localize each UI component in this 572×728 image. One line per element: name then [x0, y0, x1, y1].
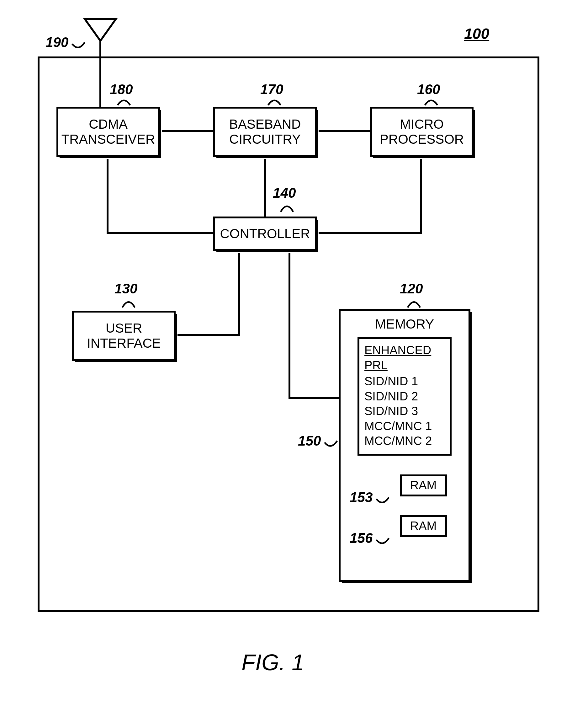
conn-controller-ui-v: [238, 253, 240, 334]
prl-item: SID/NID 3: [364, 404, 445, 419]
text: CIRCUITRY: [229, 132, 301, 147]
text: BASEBAND: [229, 117, 301, 132]
conn-baseband-controller: [264, 159, 266, 216]
ref-tick-140: [279, 199, 295, 215]
conn-transceiver-controller-v: [106, 159, 109, 232]
text: USER: [106, 321, 142, 336]
ref-150: 150: [298, 433, 321, 449]
ref-tick-120: [406, 295, 422, 311]
block-baseband: BASEBAND CIRCUITRY: [213, 107, 317, 157]
text: PROCESSOR: [380, 132, 464, 147]
ref-tick-150: [323, 436, 339, 452]
conn-controller-memory-h: [288, 397, 339, 399]
text: CONTROLLER: [220, 226, 310, 241]
ref-140: 140: [273, 185, 296, 201]
prl-item: SID/NID 1: [364, 374, 445, 389]
prl-item: MCC/MNC 1: [364, 419, 445, 434]
conn-transceiver-baseband: [162, 130, 213, 132]
enhanced-prl-box: ENHANCED PRL SID/NID 1 SID/NID 2 SID/NID…: [358, 337, 451, 456]
conn-micro-controller-v: [420, 159, 422, 232]
figure-caption: FIG. 1: [241, 650, 304, 675]
ref-tick-180: [116, 94, 132, 110]
ref-tick-170: [267, 94, 282, 110]
ref-tick-130: [121, 295, 136, 311]
conn-controller-memory-v: [288, 253, 290, 397]
ref-tick-156: [375, 533, 390, 549]
ref-156: 156: [350, 530, 372, 546]
block-controller: CONTROLLER: [213, 216, 317, 251]
conn-controller-ui-h: [177, 334, 240, 336]
conn-transceiver-controller-h: [106, 232, 213, 234]
prl-title: ENHANCED PRL: [364, 343, 445, 373]
antenna-icon: [81, 16, 119, 58]
conn-micro-controller-h: [318, 232, 422, 234]
ram-box-1: RAM: [400, 474, 447, 497]
svg-marker-0: [85, 19, 116, 41]
prl-item: MCC/MNC 2: [364, 434, 445, 449]
memory-title: MEMORY: [375, 317, 434, 332]
ref-153: 153: [350, 489, 372, 505]
ref-tick-153: [375, 493, 390, 508]
ram-box-2: RAM: [400, 515, 447, 537]
conn-antenna-transceiver: [99, 57, 101, 108]
block-cdma-transceiver: CDMA TRANSCEIVER: [57, 107, 160, 157]
ref-100: 100: [464, 25, 489, 42]
ref-tick-190: [71, 38, 86, 53]
prl-item: SID/NID 2: [364, 389, 445, 404]
ref-130: 130: [115, 281, 137, 296]
ref-tick-160: [423, 94, 439, 110]
ref-120: 120: [400, 281, 423, 296]
text: INTERFACE: [87, 336, 161, 351]
ref-190: 190: [46, 35, 68, 50]
text: CDMA: [89, 117, 128, 132]
text: MICRO: [400, 117, 444, 132]
text: TRANSCEIVER: [62, 132, 155, 147]
conn-baseband-micro: [318, 130, 370, 132]
block-microprocessor: MICRO PROCESSOR: [370, 107, 474, 157]
block-user-interface: USER INTERFACE: [72, 311, 175, 361]
